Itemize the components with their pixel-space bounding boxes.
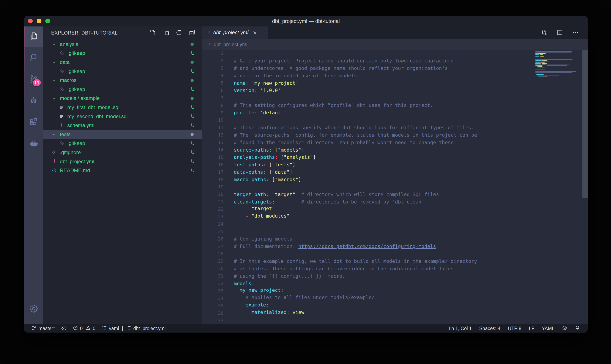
new-folder-button[interactable] — [162, 29, 169, 37]
git-untracked-badge: U — [191, 123, 194, 128]
tree-item-tests[interactable]: tests — [43, 130, 202, 139]
tree-item-label: README.md — [60, 168, 90, 173]
yaml-file-icon: ! — [51, 158, 57, 165]
sync-button[interactable] — [61, 326, 67, 331]
minimap-line — [535, 56, 569, 56]
line-number: 34 — [202, 296, 223, 301]
error-count: 0 — [80, 326, 83, 331]
indentation[interactable]: Spaces: 4 — [479, 326, 500, 331]
folder-modified-dot — [191, 133, 194, 136]
tree-item-label: schema.yml — [67, 122, 95, 128]
code-text: # using the `{{ config(...) }}` macro. — [223, 273, 345, 279]
minimap-line — [535, 59, 576, 59]
tree-item-my-second-dbt-model-sql[interactable]: my_second_dbt_model.sqlU — [43, 112, 202, 121]
tree-item-label: models / example — [60, 95, 100, 101]
tree-item-macros[interactable]: macros — [43, 76, 202, 85]
activity-settings[interactable] — [24, 298, 43, 320]
code-text: # Configuring models — [223, 236, 292, 242]
code-line-2: 2# Name your project! Project names shou… — [202, 57, 588, 65]
sql-file-icon — [59, 114, 65, 119]
minimap-line — [545, 62, 546, 62]
code-line-14: 14source-paths: ["models"] — [202, 146, 588, 154]
tree-item--gitkeep[interactable]: .gitkeepU — [43, 85, 202, 94]
tree-item-analysis[interactable]: analysis — [43, 40, 202, 49]
code-line-19: 19 — [202, 183, 588, 191]
line-number: 35 — [202, 303, 223, 308]
encoding[interactable]: UTF-8 — [508, 326, 521, 331]
minimap[interactable] — [535, 51, 582, 113]
code-line-34: 34# Applies to all files under models/ex… — [202, 295, 588, 302]
chevron-down-icon — [51, 60, 57, 65]
minimap-line — [541, 60, 542, 61]
tree-item--gitignore[interactable]: .gitignoreU — [43, 148, 202, 157]
tree-item-models-example[interactable]: models / example — [43, 94, 202, 103]
minimap-line — [540, 54, 543, 55]
minimap-line — [538, 74, 539, 74]
chevron-down-icon — [51, 96, 57, 101]
tree-item--gitkeep[interactable]: .gitkeepU — [43, 49, 202, 58]
yaml-file-icon: ! — [209, 41, 211, 48]
git-untracked-badge: U — [191, 104, 194, 110]
code-text: analysis-paths: ["analysis"] — [223, 154, 316, 160]
tab-dbt-project-yml[interactable]: ! dbt_project.yml × — [202, 26, 268, 39]
collapse-folders-button[interactable] — [189, 29, 196, 37]
activity-source-control[interactable]: 11 — [24, 69, 43, 90]
cursor-position[interactable]: Ln 1, Col 1 — [449, 326, 472, 331]
minimap-line — [541, 63, 542, 64]
code-line-23: 23 - "dbt_modules" — [202, 213, 588, 221]
refresh-icon[interactable] — [175, 29, 182, 37]
tree-item-my-first-dbt-model-sql[interactable]: my_first_dbt_model.sqlU — [43, 103, 202, 112]
code-line-37: 37 — [202, 317, 588, 324]
activity-debug[interactable] — [24, 90, 43, 112]
errors-status[interactable]: 0 — [73, 325, 83, 332]
file-tree: analysis.gitkeepUdata.gitkeepUmacros.git… — [43, 39, 202, 324]
sql-file-icon — [59, 105, 65, 110]
code-line-32: 32models: — [202, 280, 588, 287]
tree-item-dbt-project-yml[interactable]: !dbt_project.ymlU — [43, 157, 202, 166]
git-branch-status[interactable]: master* — [31, 325, 55, 332]
yaml-mode-status[interactable]: yaml — [102, 325, 119, 332]
minimap-line — [535, 65, 542, 66]
scrollbar[interactable] — [583, 50, 588, 198]
close-tab-icon[interactable]: × — [253, 29, 257, 36]
notifications-bell-icon[interactable] — [575, 325, 580, 332]
tree-item--gitkeep[interactable]: .gitkeepU — [43, 139, 202, 148]
eol-sequence[interactable]: LF — [529, 326, 534, 331]
line-number: 13 — [202, 140, 223, 145]
breadcrumb[interactable]: ! dbt_project.yml — [202, 39, 588, 50]
minimap-line — [544, 67, 545, 67]
code-line-11: 11# These configurations specify where d… — [202, 124, 588, 131]
open-changes-icon[interactable] — [541, 29, 547, 37]
yaml-file-icon: ! — [59, 122, 65, 129]
line-number: 29 — [202, 259, 223, 264]
code-text: # as tables. These settings can be overr… — [223, 266, 454, 272]
activity-search[interactable] — [24, 47, 43, 69]
git-file-icon — [59, 69, 65, 74]
active-task-status[interactable]: dbt_project.yml — [126, 325, 166, 332]
code-text: # name or the intended use of these mode… — [223, 73, 357, 78]
minimap-line — [537, 67, 538, 67]
warnings-status[interactable]: 0 — [85, 325, 96, 332]
minimap-line — [547, 60, 547, 61]
more-actions-icon[interactable] — [572, 29, 579, 37]
code-line-22: 22 - "target" — [202, 206, 588, 213]
tree-item--gitkeep[interactable]: .gitkeepU — [43, 67, 202, 76]
language-mode[interactable]: YAML — [542, 326, 555, 331]
minimap-line — [535, 52, 571, 52]
tree-item-readme-md[interactable]: README.mdU — [43, 166, 202, 175]
breadcrumb-file[interactable]: dbt_project.yml — [214, 41, 248, 47]
minimap-line — [535, 60, 541, 61]
code-editor[interactable]: 12# Name your project! Project names sho… — [202, 50, 588, 324]
window-edge-highlight — [24, 26, 25, 113]
status-bar: master* 0 0 — [24, 324, 588, 333]
activity-docker[interactable] — [24, 133, 43, 155]
window-title: dbt_project.yml — dbt-tutorial — [24, 16, 588, 26]
activity-extensions[interactable] — [24, 112, 43, 133]
activity-explorer[interactable] — [24, 26, 43, 47]
feedback-smiley-icon[interactable] — [562, 325, 567, 332]
code-text: - "target" — [223, 206, 275, 213]
new-file-button[interactable] — [149, 29, 156, 37]
split-editor-icon[interactable] — [556, 29, 563, 37]
tree-item-schema-yml[interactable]: !schema.ymlU — [43, 121, 202, 130]
tree-item-data[interactable]: data — [43, 58, 202, 67]
